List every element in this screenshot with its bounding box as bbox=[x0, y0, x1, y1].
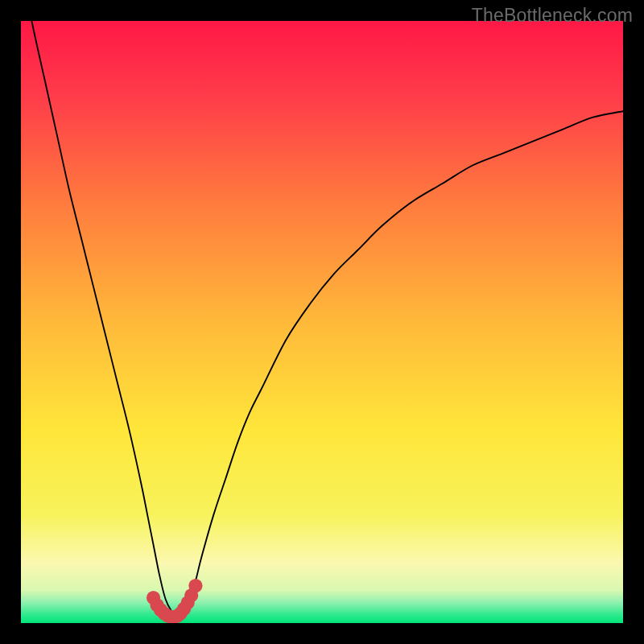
outer-frame: TheBottleneck.com bbox=[0, 0, 644, 644]
watermark-text: TheBottleneck.com bbox=[472, 5, 633, 27]
marker-dot bbox=[188, 579, 202, 592]
plot-area bbox=[21, 21, 623, 623]
chart-svg bbox=[21, 21, 623, 623]
gradient-background bbox=[21, 21, 623, 623]
